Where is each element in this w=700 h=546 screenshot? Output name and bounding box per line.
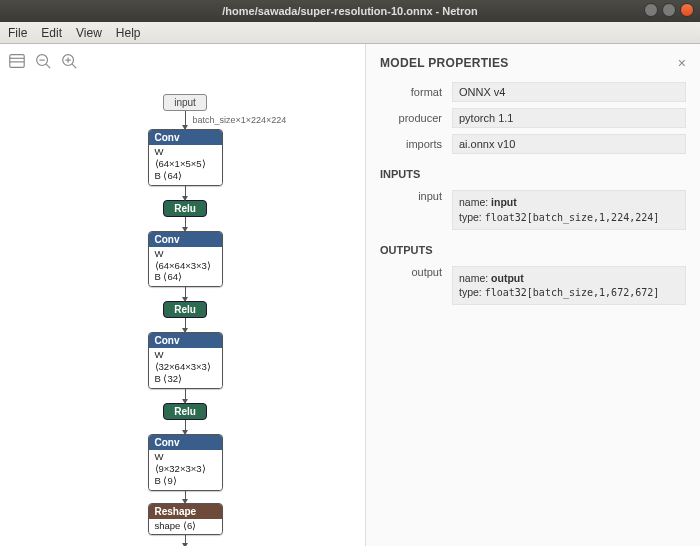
value-producer: pytorch 1.1 [452, 108, 686, 128]
outputs-heading: OUTPUTS [380, 244, 686, 256]
graph-edge [185, 217, 186, 231]
value-imports: ai.onnx v10 [452, 134, 686, 154]
output-name: output [491, 272, 524, 284]
graph-edge [185, 420, 186, 434]
maximize-icon[interactable] [662, 3, 676, 17]
graph-edge [185, 491, 186, 503]
graph-canvas[interactable]: input batch_size×1×224×224 Conv W ⟨64×1×… [0, 44, 365, 546]
reshape-node-1[interactable]: Reshape shape ⟨6⟩ [148, 503, 223, 536]
minimize-icon[interactable] [644, 3, 658, 17]
node-title: Conv [149, 130, 222, 145]
graph-edge [185, 389, 186, 403]
menu-view[interactable]: View [76, 26, 102, 40]
conv-w: W ⟨64×64×3×3⟩ [155, 248, 216, 272]
svg-rect-0 [10, 55, 24, 68]
output-type: float32[batch_size,1,672,672] [485, 287, 660, 298]
graph-edge [185, 287, 186, 301]
graph-edge [185, 318, 186, 332]
relu-node-1[interactable]: Relu [163, 200, 207, 217]
conv-b: B ⟨64⟩ [155, 271, 216, 283]
conv-w: W ⟨64×1×5×5⟩ [155, 146, 216, 170]
input-details: name: input type: float32[batch_size,1,2… [452, 190, 686, 230]
relu-node-3[interactable]: Relu [163, 403, 207, 420]
input-name: input [491, 196, 517, 208]
conv-node-2[interactable]: Conv W ⟨64×64×3×3⟩ B ⟨64⟩ [148, 231, 223, 288]
conv-node-1[interactable]: Conv W ⟨64×1×5×5⟩ B ⟨64⟩ [148, 129, 223, 186]
label-imports: imports [380, 138, 452, 150]
conv-b: B ⟨9⟩ [155, 475, 216, 487]
node-title: Reshape [149, 504, 222, 519]
properties-panel: × MODEL PROPERTIES format ONNX v4 produc… [365, 44, 700, 546]
node-title: Conv [149, 435, 222, 450]
graph-edge [185, 535, 186, 546]
zoom-in-icon[interactable] [60, 52, 78, 70]
panel-heading: MODEL PROPERTIES [380, 56, 686, 70]
reshape-shape: shape ⟨6⟩ [149, 519, 222, 535]
conv-w: W ⟨32×64×3×3⟩ [155, 349, 216, 373]
label-format: format [380, 86, 452, 98]
node-title: Conv [149, 232, 222, 247]
input-type: float32[batch_size,1,224,224] [485, 212, 660, 223]
label-input: input [380, 190, 452, 202]
graph-edge: batch_size×1×224×224 [185, 111, 186, 129]
relu-node-2[interactable]: Relu [163, 301, 207, 318]
sidebar-toggle-icon[interactable] [8, 52, 26, 70]
menu-help[interactable]: Help [116, 26, 141, 40]
svg-line-4 [46, 64, 50, 68]
svg-line-7 [72, 64, 76, 68]
conv-w: W ⟨9×32×3×3⟩ [155, 451, 216, 475]
conv-node-4[interactable]: Conv W ⟨9×32×3×3⟩ B ⟨9⟩ [148, 434, 223, 491]
window-title: /home/sawada/super-resolution-10.onnx - … [222, 5, 478, 17]
menubar: File Edit View Help [0, 22, 700, 44]
inputs-heading: INPUTS [380, 168, 686, 180]
graph-input-node[interactable]: input [163, 94, 207, 111]
window-titlebar: /home/sawada/super-resolution-10.onnx - … [0, 0, 700, 22]
conv-b: B ⟨32⟩ [155, 373, 216, 385]
label-output: output [380, 266, 452, 278]
value-format: ONNX v4 [452, 82, 686, 102]
edge-label: batch_size×1×224×224 [193, 115, 287, 125]
close-window-icon[interactable] [680, 3, 694, 17]
conv-node-3[interactable]: Conv W ⟨32×64×3×3⟩ B ⟨32⟩ [148, 332, 223, 389]
conv-b: B ⟨64⟩ [155, 170, 216, 182]
label-producer: producer [380, 112, 452, 124]
close-panel-icon[interactable]: × [678, 56, 686, 70]
zoom-out-icon[interactable] [34, 52, 52, 70]
menu-edit[interactable]: Edit [41, 26, 62, 40]
menu-file[interactable]: File [8, 26, 27, 40]
node-title: Conv [149, 333, 222, 348]
graph-edge [185, 186, 186, 200]
output-details: name: output type: float32[batch_size,1,… [452, 266, 686, 306]
